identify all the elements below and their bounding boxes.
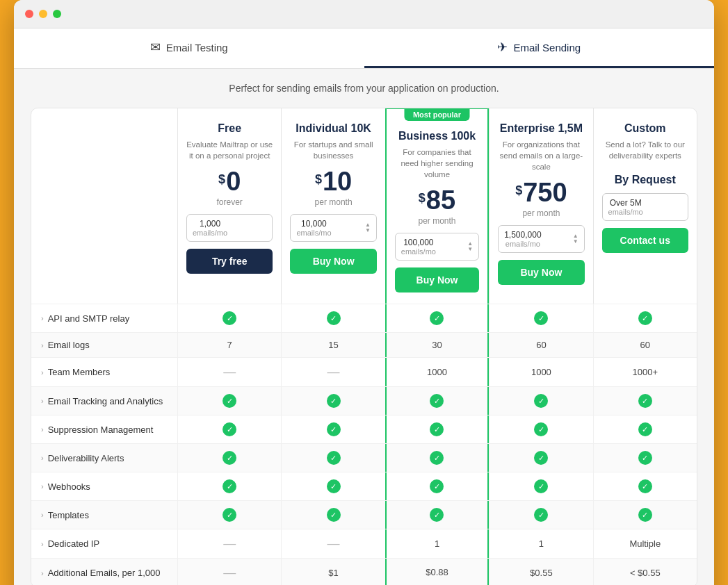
plan-ent-currency: $ xyxy=(515,183,522,198)
feature-value: ✓ xyxy=(177,415,281,443)
feature-value: ✓ xyxy=(385,472,489,500)
check-icon: ✓ xyxy=(223,311,236,325)
feature-value: ✓ xyxy=(593,444,697,472)
plan-business-100k: Most popular Business 100k For companies… xyxy=(385,108,489,304)
feature-label: ›Webhooks xyxy=(31,472,177,500)
feature-value: $0.55 xyxy=(489,559,592,585)
check-icon: ✓ xyxy=(638,311,652,325)
plan-free-period: forever xyxy=(186,197,273,207)
plan-free-desc: Evaluate Mailtrap or use it on a persona… xyxy=(186,139,273,161)
feature-row: ›Suppression Management✓✓✓✓✓ xyxy=(31,415,697,443)
feature-value-text: 7 xyxy=(227,340,232,350)
titlebar xyxy=(14,0,714,28)
feature-label: ›Dedicated IP xyxy=(31,529,177,558)
feature-value: ✓ xyxy=(177,472,281,500)
feature-value: ✓ xyxy=(177,387,281,415)
plan-biz-emails-val: 100,000 xyxy=(401,238,436,247)
check-icon: ✓ xyxy=(223,422,236,436)
plan-ind-name: Individual 10K xyxy=(290,122,376,135)
plan-ent-price: $ 750 xyxy=(498,179,584,206)
feature-value: Multiple xyxy=(593,529,697,558)
feature-value: 1 xyxy=(385,529,489,558)
select-arrows-ind: ▲▼ xyxy=(365,222,371,233)
check-icon: ✓ xyxy=(223,479,236,493)
feature-row: ›Additional Emails, per 1,000—$1$0.88$0.… xyxy=(31,558,697,585)
feature-value-text: 1000+ xyxy=(633,367,658,377)
plan-free-amount: 0 xyxy=(226,168,241,195)
chevron-icon: › xyxy=(41,397,44,405)
plan-ind-cta[interactable]: Buy Now xyxy=(290,249,376,274)
check-icon: ✓ xyxy=(638,451,652,465)
feature-value-text: $0.55 xyxy=(530,568,553,578)
check-icon: ✓ xyxy=(223,394,236,408)
feature-label: ›Team Members xyxy=(31,358,177,386)
feature-label-text: Email Tracking and Analytics xyxy=(48,396,163,406)
feature-value-text: < $0.55 xyxy=(630,568,661,578)
tab-email-sending[interactable]: ✈ Email Sending xyxy=(364,28,715,68)
check-icon: ✓ xyxy=(430,479,444,493)
feature-value-text: 60 xyxy=(536,340,546,350)
chevron-icon: › xyxy=(41,314,44,322)
feature-label: ›Email logs xyxy=(31,333,177,357)
check-icon: ✓ xyxy=(327,311,341,325)
dash-icon: — xyxy=(223,365,236,379)
plan-ent-emails-unit: emails/mo xyxy=(504,240,541,248)
feature-value: 1 xyxy=(489,529,592,558)
plan-cust-cta[interactable]: Contact us xyxy=(602,228,688,253)
plan-biz-name: Business 100k xyxy=(395,130,479,142)
plan-ent-emails-select[interactable]: 1,500,000 emails/mo ▲▼ xyxy=(498,225,584,253)
feature-value: ✓ xyxy=(281,501,385,529)
close-button[interactable] xyxy=(25,10,33,18)
feature-value: 1000 xyxy=(489,358,592,386)
feature-value: 60 xyxy=(489,333,592,357)
plan-free-cta[interactable]: Try free xyxy=(186,249,273,274)
plan-ent-name: Enterprise 1,5M xyxy=(498,122,584,135)
chevron-icon: › xyxy=(41,425,44,434)
feature-value: ✓ xyxy=(593,472,697,500)
plan-ent-emails-val: 1,500,000 xyxy=(504,230,541,240)
tab-email-testing[interactable]: ✉ Email Testing xyxy=(14,28,364,68)
feature-row: ›Templates✓✓✓✓✓ xyxy=(31,500,697,529)
feature-label-text: Templates xyxy=(48,510,89,520)
plan-ent-cta[interactable]: Buy Now xyxy=(498,260,584,285)
plan-ent-desc: For organizations that send emails on a … xyxy=(498,139,584,172)
minimize-button[interactable] xyxy=(39,10,47,18)
plan-biz-cta[interactable]: Buy Now xyxy=(395,267,479,292)
feature-label-text: Deliverability Alerts xyxy=(48,453,124,463)
plan-biz-currency: $ xyxy=(419,191,426,206)
chevron-icon: › xyxy=(41,482,44,491)
email-testing-icon: ✉ xyxy=(150,40,161,55)
chevron-icon: › xyxy=(41,368,44,377)
plan-biz-emails-unit: emails/mo xyxy=(401,247,436,256)
select-arrows-ent: ▲▼ xyxy=(573,233,579,245)
feature-label: ›Deliverability Alerts xyxy=(31,444,177,472)
feature-value-text: 15 xyxy=(328,340,338,350)
plan-cust-desc: Send a lot? Talk to our deliverability e… xyxy=(602,139,688,161)
feature-label-text: Team Members xyxy=(48,367,111,377)
features-container: ›API and SMTP relay✓✓✓✓✓›Email logs71530… xyxy=(31,304,697,585)
main-content: Perfect for sending emails from your app… xyxy=(14,69,714,585)
plan-ent-amount: 750 xyxy=(523,179,567,206)
plan-cust-name: Custom xyxy=(602,122,688,135)
dash-icon: — xyxy=(327,365,340,379)
check-icon: ✓ xyxy=(327,422,341,436)
plan-free-emails-select[interactable]: 1,000 emails/mo xyxy=(186,214,273,242)
feature-value: ✓ xyxy=(281,415,385,443)
feature-row: ›Email logs715306060 xyxy=(31,332,697,357)
feature-value-text: 60 xyxy=(640,340,650,350)
dash-icon: — xyxy=(223,536,236,551)
tabs-bar: ✉ Email Testing ✈ Email Sending xyxy=(14,28,714,69)
feature-value: 60 xyxy=(593,333,697,357)
header-empty-col xyxy=(31,108,177,304)
dash-icon: — xyxy=(327,536,340,551)
plan-ind-emails-select[interactable]: 10,000 emails/mo ▲▼ xyxy=(290,214,376,242)
check-icon: ✓ xyxy=(534,311,548,325)
feature-value: — xyxy=(281,529,385,558)
tab-email-sending-label: Email Sending xyxy=(513,42,581,53)
plan-cust-emails-unit: emails/mo xyxy=(608,208,643,216)
plan-cust-emails-select: Over 5M emails/mo xyxy=(602,193,688,221)
plan-biz-emails-select[interactable]: 100,000 emails/mo ▲▼ xyxy=(395,233,479,261)
tab-email-testing-label: Email Testing xyxy=(166,42,228,53)
check-icon: ✓ xyxy=(638,394,652,408)
maximize-button[interactable] xyxy=(53,10,61,18)
